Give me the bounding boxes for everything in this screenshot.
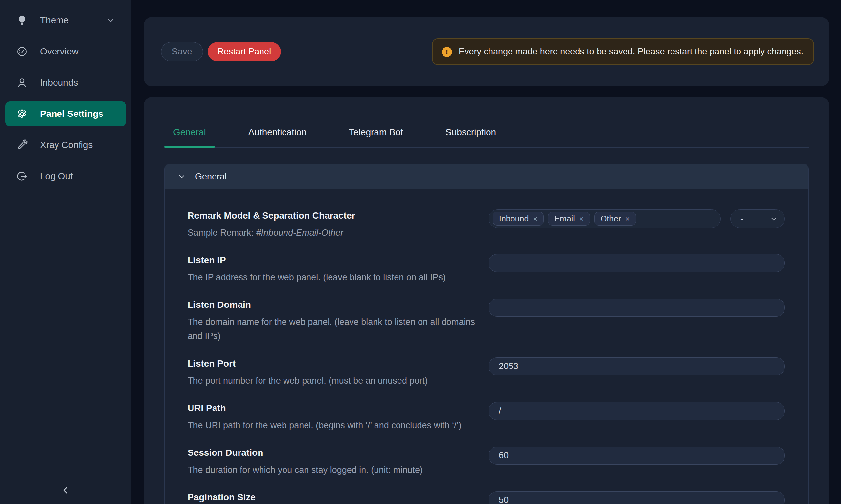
field-description: Sample Remark: #Inbound-Email-Other <box>188 226 477 240</box>
pagination-size-input[interactable] <box>488 491 785 504</box>
form-row-uri-path: URI Path The URI path for the web panel.… <box>188 402 785 432</box>
chevron-left-icon <box>60 485 71 497</box>
separator-character-select[interactable]: - <box>730 209 785 228</box>
gear-icon <box>16 108 28 120</box>
session-duration-input[interactable] <box>488 447 785 465</box>
form-row-listen-port: Listen Port The port number for the web … <box>188 357 785 388</box>
settings-card: General Authentication Telegram Bot Subs… <box>143 97 829 504</box>
sidebar-item-xray-configs[interactable]: Xray Configs <box>5 132 126 158</box>
field-description: The domain name for the web panel. (leav… <box>188 315 477 343</box>
general-section-body: Remark Model & Separation Character Samp… <box>165 189 808 504</box>
general-section-header[interactable]: General <box>165 164 808 189</box>
sidebar-item-inbounds[interactable]: Inbounds <box>5 70 126 95</box>
tag-remove-icon[interactable]: × <box>533 215 537 223</box>
form-row-session-duration: Session Duration The duration for which … <box>188 447 785 477</box>
restart-panel-button[interactable]: Restart Panel <box>208 42 281 61</box>
sidebar-collapse-button[interactable] <box>0 485 132 497</box>
panel-settings-page: Theme Overview Inbounds <box>0 0 841 504</box>
general-section: General Remark Model & Separation Charac… <box>164 164 809 504</box>
tag-label: Inbound <box>499 214 529 223</box>
uri-path-input[interactable] <box>488 402 785 420</box>
warning-icon: ! <box>442 47 452 57</box>
action-buttons: Save Restart Panel <box>161 42 281 61</box>
field-label: Listen Port <box>188 357 477 370</box>
sidebar-item-theme[interactable]: Theme <box>5 8 126 33</box>
dashboard-gauge-icon <box>16 46 28 57</box>
tag-remove-icon[interactable]: × <box>625 215 630 223</box>
sidebar-item-panel-settings[interactable]: Panel Settings <box>5 102 126 126</box>
listen-port-input[interactable] <box>488 357 785 375</box>
warning-alert-text: Every change made here needs to be saved… <box>459 44 803 59</box>
form-row-listen-domain: Listen Domain The domain name for the we… <box>188 299 785 343</box>
field-label: Remark Model & Separation Character <box>188 209 477 222</box>
remark-model-multiselect[interactable]: Inbound × Email × Other × <box>488 209 721 228</box>
field-description: The port number for the web panel. (must… <box>188 374 477 388</box>
sidebar-item-label: Log Out <box>40 171 73 181</box>
chevron-down-icon <box>178 173 186 180</box>
form-row-pagination-size: Pagination Size <box>188 491 785 504</box>
field-label: URI Path <box>188 402 477 414</box>
section-title: General <box>195 172 227 182</box>
field-label: Pagination Size <box>188 491 477 504</box>
warning-alert: ! Every change made here needs to be sav… <box>432 38 814 65</box>
tab-telegram-bot[interactable]: Telegram Bot <box>340 127 412 147</box>
actions-card: Save Restart Panel ! Every change made h… <box>143 17 829 86</box>
wrench-icon <box>16 140 28 150</box>
chevron-down-icon <box>106 16 115 24</box>
sidebar-item-label: Overview <box>40 46 79 57</box>
tag-label: Other <box>601 214 621 223</box>
sidebar-item-label: Theme <box>40 15 69 25</box>
field-description: The URI path for the web panel. (begins … <box>188 418 477 432</box>
tab-authentication[interactable]: Authentication <box>240 127 315 147</box>
lightbulb-icon <box>16 15 28 26</box>
sidebar-item-label: Inbounds <box>40 77 78 88</box>
field-label: Listen Domain <box>188 299 477 311</box>
field-label: Listen IP <box>188 254 477 267</box>
sidebar-item-overview[interactable]: Overview <box>5 39 126 64</box>
listen-domain-input[interactable] <box>488 299 785 317</box>
sidebar-item-label: Panel Settings <box>40 109 103 119</box>
save-button[interactable]: Save <box>161 42 203 61</box>
tag-remove-icon[interactable]: × <box>579 215 584 223</box>
form-row-listen-ip: Listen IP The IP address for the web pan… <box>188 254 785 285</box>
form-row-remark-model: Remark Model & Separation Character Samp… <box>188 209 785 240</box>
sidebar-item-log-out[interactable]: Log Out <box>5 164 126 189</box>
sidebar: Theme Overview Inbounds <box>0 0 132 504</box>
tag-inbound: Inbound × <box>493 212 544 226</box>
field-label: Session Duration <box>188 447 477 459</box>
sidebar-menu: Theme Overview Inbounds <box>0 0 132 189</box>
content-area: Save Restart Panel ! Every change made h… <box>132 0 841 504</box>
field-description: The IP address for the web panel. (leave… <box>188 270 477 285</box>
sidebar-item-label: Xray Configs <box>40 140 93 150</box>
logout-icon <box>16 170 28 182</box>
chevron-down-icon <box>770 215 777 222</box>
listen-ip-input[interactable] <box>488 254 785 272</box>
tag-other: Other × <box>594 212 636 226</box>
field-description: The duration for which you can stay logg… <box>188 463 477 477</box>
tag-email: Email × <box>548 212 590 226</box>
user-icon <box>16 77 28 88</box>
sample-remark-value: #Inbound-Email-Other <box>256 228 344 237</box>
separator-select-value: - <box>740 214 743 224</box>
tab-general[interactable]: General <box>164 127 215 147</box>
tab-subscription[interactable]: Subscription <box>436 127 505 147</box>
settings-tabs: General Authentication Telegram Bot Subs… <box>164 127 809 148</box>
tag-label: Email <box>554 214 575 223</box>
